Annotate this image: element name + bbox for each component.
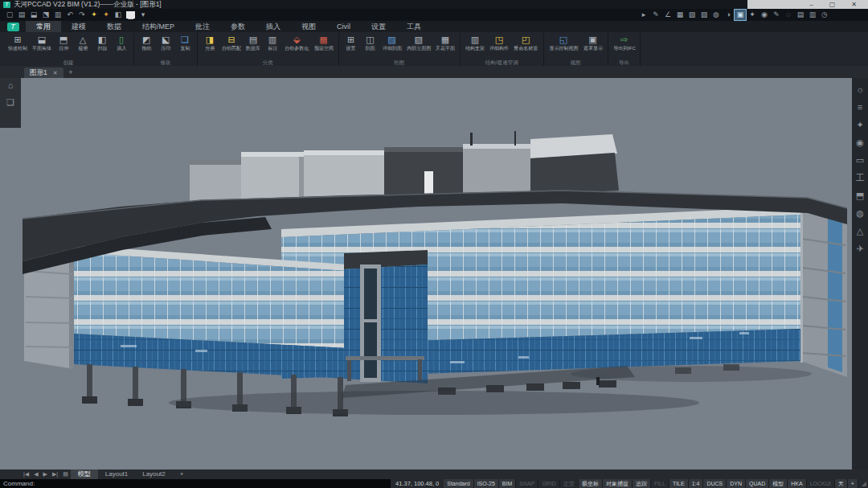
viewport[interactable]: ⌂❏ ☼≡✦◉▭工⬒◍△✈ (0, 78, 868, 470)
tab-civil[interactable]: Civil (326, 21, 361, 32)
light-bulb-icon[interactable]: ✦ (88, 10, 100, 20)
tab-layout1[interactable]: Layout1 (98, 470, 135, 479)
grid-view-icon[interactable]: ▦ (674, 10, 686, 20)
tab-structure-mep[interactable]: 结构/MEP (132, 21, 185, 32)
open-folder-icon[interactable]: ▤ (16, 10, 27, 20)
shaded-view-icon[interactable]: ◑ (723, 10, 734, 20)
app-menu-button[interactable]: T (0, 21, 26, 32)
clock-icon[interactable]: ◷ (819, 10, 830, 20)
new-layout-button[interactable]: + (173, 470, 191, 479)
display-icon[interactable]: ▭ (856, 155, 864, 165)
quick-draw-button[interactable]: ⊞快速绘制 (6, 34, 30, 51)
next-tab-icon[interactable]: ▶ (41, 471, 50, 478)
pointer-icon[interactable]: ▸ (638, 10, 649, 20)
structure-support-button[interactable]: ▥结构支架 (463, 34, 487, 51)
tab-data[interactable]: 数据 (96, 21, 132, 32)
box-view-icon[interactable]: ▨ (698, 10, 710, 20)
interior-elevation-button[interactable]: ▧内部立面图 (404, 34, 434, 51)
camera-icon[interactable]: ◉ (759, 10, 770, 20)
new-file-icon[interactable]: ▢ (4, 10, 15, 20)
render-bulb-icon[interactable]: ✦ (100, 10, 112, 20)
navigate-icon[interactable]: ✈ (856, 244, 863, 253)
auto-parameterize-button[interactable]: ⬙自动参数化 (282, 34, 312, 51)
tab-settings[interactable]: 设置 (361, 21, 396, 32)
plot-icon[interactable]: ▥ (52, 10, 63, 20)
target-icon[interactable]: ◉ (856, 137, 864, 147)
color-dropdown-icon[interactable]: ▾ (137, 10, 149, 20)
toggle-tile[interactable]: TILE (669, 479, 689, 488)
toggle-standard[interactable]: Standard (444, 479, 473, 488)
first-tab-icon[interactable]: |◀ (21, 471, 31, 478)
planar-solid-button[interactable]: ⬓平面实体 (30, 34, 54, 51)
layout-sheet-icon[interactable]: ▤ (60, 471, 71, 478)
loupe-icon[interactable]: ◌ (783, 10, 794, 20)
prev-tab-icon[interactable]: ◀ (31, 471, 40, 478)
toggle-grid[interactable]: GRID (538, 479, 560, 488)
close-tab-icon[interactable]: ✕ (53, 70, 58, 76)
iso-view-icon[interactable]: ▧ (686, 10, 698, 20)
save-icon[interactable]: ⬓ (28, 10, 39, 20)
tab-parameters[interactable]: 参数 (220, 21, 256, 32)
toggle-tian[interactable]: 天 (835, 479, 848, 488)
bulb-icon[interactable]: ✦ (747, 10, 758, 20)
drag-button[interactable]: ◩拖动 (137, 34, 156, 51)
visual-style-icon[interactable]: ▣ (735, 10, 746, 20)
color-swatch-icon[interactable]: ▩ (126, 11, 135, 18)
insert-button[interactable]: ▯插入 (112, 34, 131, 51)
measure-angle-icon[interactable]: ∠ (662, 10, 674, 20)
imprint-button[interactable]: ⬕压印 (156, 34, 175, 51)
auto-match-button[interactable]: ⊟自动匹配 (219, 34, 244, 51)
restore-button[interactable]: ▢ (829, 1, 836, 9)
detail-section-button[interactable]: ▨详细剖面 (380, 34, 404, 51)
section-plane-icon[interactable]: 工 (856, 173, 865, 182)
material-icon[interactable]: ◧ (113, 10, 124, 20)
mask-display-button[interactable]: ▣遮罩显示 (581, 34, 605, 51)
box-icon[interactable]: ⬒ (856, 191, 864, 200)
drawing-settings-button[interactable]: ⊞设置 (342, 34, 361, 51)
toggle-lockui[interactable]: LOCKUI (807, 479, 835, 488)
pyramid-button[interactable]: △棱锥 (73, 34, 92, 51)
display-control-view-button[interactable]: ◱显示控制视图 (547, 34, 581, 51)
detail-component-button[interactable]: ◳详细构件 (487, 34, 511, 51)
tab-home[interactable]: 常用 (26, 21, 61, 32)
sphere-icon[interactable]: ◍ (856, 208, 864, 218)
toggle-model[interactable]: 模型 (769, 479, 788, 488)
tab-tools[interactable]: 工具 (396, 21, 432, 32)
list-icon[interactable]: ≡ (858, 102, 862, 112)
close-button[interactable]: ✕ (851, 1, 857, 9)
last-tab-icon[interactable]: ▶| (50, 471, 60, 478)
list-icon[interactable]: ▤ (795, 10, 806, 20)
new-document-tab-button[interactable]: + (63, 68, 79, 78)
tab-view[interactable]: 视图 (291, 21, 326, 32)
tab-modeling[interactable]: 建模 (61, 21, 96, 32)
toggle-otrack[interactable]: 追踪 (633, 479, 651, 488)
save-as-icon[interactable]: ⬔ (40, 10, 51, 20)
edit-icon[interactable]: ✎ (771, 10, 782, 20)
toggle-iso-25[interactable]: ISO-25 (474, 479, 499, 488)
classify-button[interactable]: ◨分类 (200, 34, 219, 51)
extrude-button[interactable]: ⬒拉伸 (54, 34, 73, 51)
export-ifc-button[interactable]: ⇨导出到IFC (611, 34, 638, 51)
reserved-space-button[interactable]: ▦预留空间 (312, 34, 336, 51)
layers-icon[interactable]: ❏ (6, 97, 14, 107)
redo-icon[interactable]: ↷ (76, 10, 88, 20)
toggle-quad[interactable]: QUAD (746, 479, 769, 488)
sphere-view-icon[interactable]: ◍ (710, 10, 722, 20)
bulb-icon[interactable]: ☼ (856, 84, 864, 94)
annotate-button[interactable]: ▥标注 (263, 34, 282, 51)
sheet-icon[interactable]: ▥ (807, 10, 818, 20)
resize-grip[interactable]: ◢ (858, 480, 868, 487)
toggle-scale[interactable]: 1:4 (689, 479, 704, 488)
tab-insert[interactable]: 插入 (256, 21, 291, 32)
tab-model[interactable]: 模型 (71, 470, 98, 479)
undo-icon[interactable]: ↶ (64, 10, 76, 20)
section-button[interactable]: ◫剖面 (361, 34, 380, 51)
command-prompt[interactable]: Command: (3, 480, 35, 487)
database-button[interactable]: ▤数据库 (244, 34, 263, 51)
toggle-hka[interactable]: HKA (788, 479, 806, 488)
toggle-snap[interactable]: SNAP (516, 479, 538, 488)
minimize-button[interactable]: – (809, 1, 813, 9)
sweep-button[interactable]: ◧扫掠 (92, 34, 112, 51)
toggle-polar[interactable]: 极坐标 (579, 479, 603, 488)
status-more-button[interactable]: + (848, 479, 858, 488)
